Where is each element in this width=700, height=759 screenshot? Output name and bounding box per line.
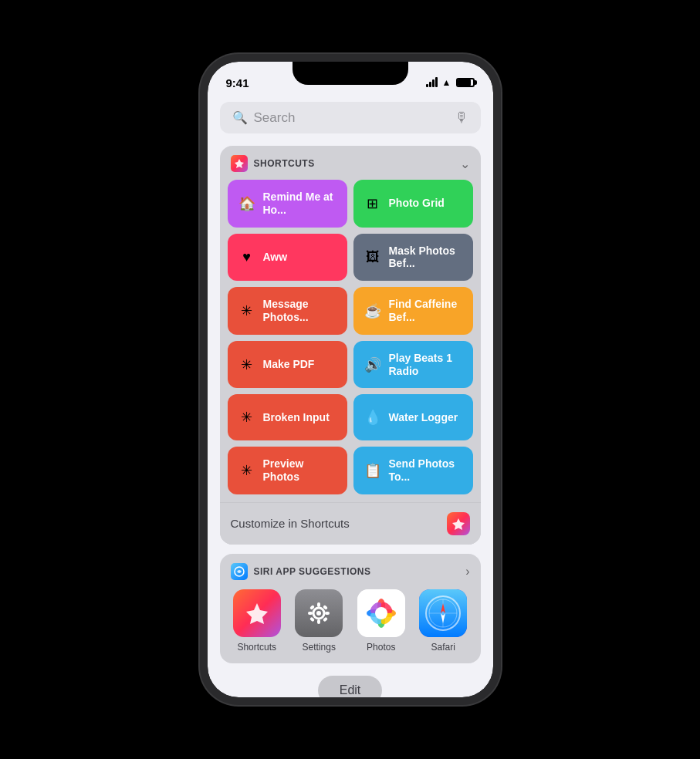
shortcut-aww[interactable]: ♥ Aww — [228, 234, 347, 282]
microphone-icon[interactable]: 🎙 — [455, 110, 468, 126]
shortcut-remind-me[interactable]: 🏠 Remind Me at Ho... — [228, 180, 347, 228]
chevron-down-icon[interactable]: ⌄ — [460, 157, 470, 171]
customize-bar[interactable]: Customize in Shortcuts — [220, 502, 481, 545]
siri-suggestions-card: SIRI APP SUGGESTIONS › Shortcuts — [220, 554, 481, 663]
settings-app-icon — [295, 589, 343, 637]
siri-section-title: SIRI APP SUGGESTIONS — [254, 566, 371, 577]
mask-photos-icon: 🖼 — [364, 249, 381, 265]
shortcut-mask-photos[interactable]: 🖼 Mask Photos Bef... — [353, 234, 473, 282]
message-photos-label: Message Photos... — [263, 298, 336, 324]
make-pdf-icon: ✳ — [238, 356, 255, 373]
app-photos[interactable]: Photos — [352, 589, 411, 653]
search-placeholder: Search — [254, 110, 448, 126]
shortcut-send-photos[interactable]: 📋 Send Photos To... — [353, 447, 473, 494]
svg-rect-3 — [317, 602, 320, 607]
shortcuts-app-icon-large — [233, 589, 281, 637]
battery-icon — [456, 78, 475, 87]
wifi-icon: ▲ — [442, 77, 451, 88]
preview-photos-label: Preview Photos — [263, 457, 336, 484]
scroll-content[interactable]: 🔍 Search 🎙 SHORTCUTS ⌄ — [208, 96, 493, 697]
signal-icon — [426, 78, 438, 87]
broken-input-icon: ✳ — [238, 409, 255, 426]
safari-app-icon — [419, 589, 467, 637]
remind-icon: 🏠 — [238, 195, 255, 212]
shortcuts-grid: 🏠 Remind Me at Ho... ⊞ Photo Grid ♥ Aww … — [220, 180, 481, 502]
shortcut-message-photos[interactable]: ✳ Message Photos... — [228, 287, 347, 335]
shortcuts-app-icon — [231, 155, 248, 172]
remind-label: Remind Me at Ho... — [263, 191, 336, 217]
shortcut-photo-grid[interactable]: ⊞ Photo Grid — [353, 180, 473, 228]
customize-label: Customize in Shortcuts — [231, 517, 350, 530]
make-pdf-label: Make PDF — [263, 358, 315, 371]
shortcuts-logo — [447, 512, 470, 535]
app-settings[interactable]: Settings — [289, 589, 349, 653]
shortcut-play-beats[interactable]: 🔊 Play Beats 1 Radio — [353, 341, 473, 389]
siri-apps-grid: Shortcuts — [220, 589, 481, 663]
shortcuts-header: SHORTCUTS ⌄ — [220, 146, 481, 180]
send-photos-icon: 📋 — [364, 462, 381, 479]
photos-app-icon — [357, 589, 405, 637]
app-safari[interactable]: Safari — [414, 589, 473, 653]
settings-app-label: Settings — [303, 642, 336, 653]
send-photos-label: Send Photos To... — [389, 457, 462, 484]
edit-button-container: Edit — [220, 676, 481, 697]
edit-button[interactable]: Edit — [318, 676, 383, 697]
svg-rect-4 — [317, 619, 320, 624]
screen: 9:41 ▲ 🔍 Search 🎙 — [208, 62, 493, 697]
aww-icon: ♥ — [238, 249, 255, 265]
photos-app-label: Photos — [367, 642, 395, 653]
play-beats-label: Play Beats 1 Radio — [389, 352, 462, 378]
app-shortcuts[interactable]: Shortcuts — [228, 589, 287, 653]
shortcuts-section-title: SHORTCUTS — [254, 158, 315, 169]
play-beats-icon: 🔊 — [364, 356, 381, 373]
broken-input-label: Broken Input — [263, 411, 330, 424]
siri-header[interactable]: SIRI APP SUGGESTIONS › — [220, 554, 481, 589]
shortcuts-app-label: Shortcuts — [237, 642, 276, 653]
mask-photos-label: Mask Photos Bef... — [389, 245, 462, 271]
shortcut-water-logger[interactable]: 💧 Water Logger — [353, 394, 473, 440]
shortcut-broken-input[interactable]: ✳ Broken Input — [228, 394, 347, 440]
notch — [293, 62, 408, 85]
preview-photos-icon: ✳ — [238, 462, 255, 479]
shortcut-find-caffeine[interactable]: ☕ Find Caffeine Bef... — [353, 287, 473, 335]
safari-app-label: Safari — [431, 642, 455, 653]
status-icons: ▲ — [426, 77, 475, 88]
shortcut-make-pdf[interactable]: ✳ Make PDF — [228, 341, 347, 389]
shortcut-preview-photos[interactable]: ✳ Preview Photos — [228, 447, 347, 494]
message-photos-icon: ✳ — [238, 302, 255, 319]
photo-grid-icon: ⊞ — [364, 195, 381, 212]
siri-chevron-icon[interactable]: › — [465, 565, 469, 579]
svg-rect-5 — [308, 612, 313, 615]
water-label: Water Logger — [389, 411, 458, 424]
search-icon: 🔍 — [232, 110, 248, 125]
shortcuts-card: SHORTCUTS ⌄ 🏠 Remind Me at Ho... ⊞ Photo… — [220, 146, 481, 545]
caffeine-label: Find Caffeine Bef... — [389, 298, 462, 324]
aww-label: Aww — [263, 251, 288, 264]
siri-icon — [231, 563, 248, 580]
water-icon: 💧 — [364, 409, 381, 426]
photo-grid-label: Photo Grid — [389, 197, 445, 210]
svg-point-2 — [316, 611, 321, 616]
caffeine-icon: ☕ — [364, 302, 381, 319]
svg-rect-6 — [325, 612, 330, 615]
svg-point-20 — [375, 607, 387, 619]
status-time: 9:41 — [226, 76, 249, 89]
phone-frame: 9:41 ▲ 🔍 Search 🎙 — [200, 54, 501, 705]
search-bar[interactable]: 🔍 Search 🎙 — [220, 102, 481, 133]
